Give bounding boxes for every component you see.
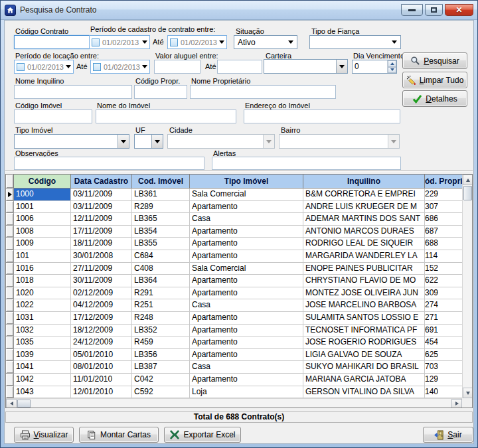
row-indicator[interactable] — [6, 299, 14, 312]
grid-cell[interactable]: Sala Comercial — [190, 263, 303, 275]
grid-cell[interactable]: SUKYO MAHIKARI DO BRASIL — [303, 361, 425, 374]
grid-cell[interactable]: LB361 — [132, 188, 190, 201]
grid-cell[interactable]: 18/12/2009 — [71, 325, 132, 337]
scroll-right-button[interactable] — [451, 399, 462, 408]
grid-cell[interactable]: Apartamento — [190, 336, 303, 349]
scroll-down-button[interactable] — [463, 388, 473, 398]
grid-cell[interactable]: 27/11/2009 — [71, 263, 132, 275]
carteira-combobox[interactable] — [264, 59, 348, 74]
grid-cell[interactable]: Apartamento — [190, 201, 303, 214]
situacao-combobox[interactable]: Ativo — [234, 35, 297, 49]
grid-cell[interactable]: 271 — [425, 312, 463, 325]
alertas-input[interactable] — [212, 157, 401, 170]
grid-cell[interactable]: 02/12/2009 — [71, 287, 132, 300]
grid-cell[interactable]: 307 — [425, 201, 463, 214]
grid-cell[interactable]: 129 — [425, 374, 463, 386]
checkbox-icon[interactable] — [93, 63, 101, 71]
grid-cell[interactable]: 687 — [425, 226, 463, 238]
endereco-imovel-input[interactable] — [244, 110, 400, 123]
spin-up-button[interactable] — [388, 60, 396, 67]
chevron-down-icon[interactable] — [219, 40, 224, 44]
valor-to-input[interactable] — [217, 60, 262, 74]
row-indicator[interactable] — [6, 361, 14, 374]
maximize-button[interactable] — [425, 4, 443, 16]
locacao-to-datepicker[interactable]: 01/02/2013 — [90, 60, 150, 74]
grid-cell[interactable]: C408 — [132, 263, 190, 275]
grid-cell[interactable]: TECNOSET INFORMATICA PF — [303, 325, 425, 337]
vertical-scroll-thumb[interactable] — [463, 186, 472, 200]
grid-cell[interactable]: 1032 — [14, 325, 71, 337]
grid-cell[interactable]: JOSE ROGERIO RODRIGUES — [303, 336, 425, 349]
column-header[interactable]: ód. Proprietár — [425, 175, 463, 188]
nome-inquilino-input[interactable] — [14, 85, 132, 99]
grid-cell[interactable]: 03/11/2009 — [71, 188, 132, 201]
grid-cell[interactable]: Apartamento — [190, 275, 303, 287]
grid-cell[interactable]: Apartamento — [190, 250, 303, 263]
row-indicator[interactable] — [6, 312, 14, 325]
row-indicator[interactable] — [6, 374, 14, 386]
grid-cell[interactable]: 05/01/2010 — [71, 349, 132, 362]
grid-cell[interactable]: 1035 — [14, 336, 71, 349]
limpar-tudo-button[interactable]: Limpar Tudo — [402, 72, 467, 88]
nome-imovel-input[interactable] — [96, 110, 236, 123]
grid-cell[interactable]: JOSE MARCELINO BARBOSA — [303, 299, 425, 312]
combo-button[interactable] — [151, 135, 163, 148]
column-header[interactable]: Cod. Imóvel — [132, 175, 190, 188]
grid-cell[interactable]: 101 — [14, 250, 71, 263]
grid-cell[interactable]: 152 — [425, 263, 463, 275]
chevron-down-icon[interactable] — [392, 40, 397, 44]
grid-cell[interactable]: Apartamento — [190, 238, 303, 250]
row-indicator[interactable] — [6, 275, 14, 287]
grid-cell[interactable]: LB352 — [132, 325, 190, 337]
grid-cell[interactable]: Apartamento — [190, 287, 303, 300]
grid-cell[interactable]: R291 — [132, 287, 190, 300]
scroll-left-button[interactable] — [6, 399, 17, 408]
grid-cell[interactable]: LB354 — [132, 226, 190, 238]
row-indicator[interactable] — [6, 238, 14, 250]
grid-cell[interactable]: LB364 — [132, 275, 190, 287]
row-indicator[interactable] — [6, 287, 14, 300]
row-indicator[interactable] — [6, 201, 14, 214]
row-indicator[interactable] — [6, 213, 14, 226]
row-indicator[interactable] — [6, 188, 14, 201]
grid-cell[interactable]: C684 — [132, 250, 190, 263]
grid-cell[interactable]: 18/11/2009 — [71, 238, 132, 250]
grid-cell[interactable]: 625 — [425, 349, 463, 362]
grid-cell[interactable]: 17/11/2009 — [71, 226, 132, 238]
grid-cell[interactable]: LB356 — [132, 349, 190, 362]
column-header[interactable]: Tipo Imóvel — [190, 175, 303, 188]
grid-cell[interactable]: 1041 — [14, 361, 71, 374]
grid-cell[interactable]: 309 — [425, 287, 463, 300]
grid-cell[interactable]: 1042 — [14, 374, 71, 386]
sair-button[interactable]: Sair — [423, 427, 473, 443]
grid-cell[interactable]: 03/11/2009 — [71, 201, 132, 214]
column-header[interactable]: Inquilino — [303, 175, 425, 188]
grid-cell[interactable]: MARIANA GARCIA JATOBA — [303, 374, 425, 386]
exportar-excel-button[interactable]: Exportar Excel — [164, 427, 241, 443]
grid-cell[interactable]: 688 — [425, 238, 463, 250]
tipo-imovel-combobox[interactable] — [14, 134, 129, 149]
grid-cell[interactable]: 622 — [425, 275, 463, 287]
grid-cell[interactable]: Loja — [190, 386, 303, 399]
grid-cell[interactable]: Casa — [190, 361, 303, 374]
grid-cell[interactable]: 274 — [425, 299, 463, 312]
row-indicator[interactable] — [6, 325, 14, 337]
grid-cell[interactable]: 30/11/2009 — [71, 275, 132, 287]
grid-cell[interactable]: R459 — [132, 336, 190, 349]
valor-from-input[interactable] — [154, 60, 200, 74]
grid-cell[interactable]: 1043 — [14, 386, 71, 399]
grid-cell[interactable]: ANTONIO MARCOS DURAES — [303, 226, 425, 238]
grid-cell[interactable]: 703 — [425, 361, 463, 374]
grid-cell[interactable]: 1020 — [14, 287, 71, 300]
grid-cell[interactable]: Apartamento — [190, 312, 303, 325]
grid-cell[interactable]: 1018 — [14, 275, 71, 287]
minimize-button[interactable] — [401, 4, 423, 16]
combo-button[interactable] — [336, 60, 347, 73]
grid-cell[interactable]: 1016 — [14, 263, 71, 275]
grid-cell[interactable]: 1000 — [14, 188, 71, 201]
cadastro-from-datepicker[interactable]: 01/02/2013 — [89, 35, 150, 49]
visualizar-button[interactable]: Visualizar — [14, 427, 74, 443]
pesquisar-button[interactable]: Pesquisar — [402, 52, 467, 69]
grid-cell[interactable]: GERSON VITALINO DA SILVA — [303, 386, 425, 399]
checkbox-icon[interactable] — [17, 63, 25, 71]
